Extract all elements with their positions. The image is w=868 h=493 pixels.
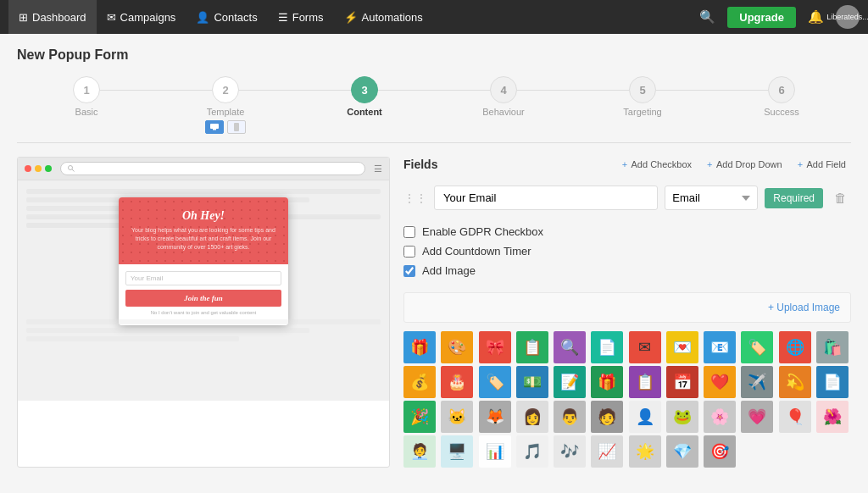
add-image-checkbox[interactable] bbox=[403, 265, 415, 277]
image-grid-item[interactable]: 📧 bbox=[704, 331, 736, 363]
upload-image-button[interactable]: + Upload Image bbox=[768, 302, 840, 313]
image-grid-item[interactable]: 📄 bbox=[591, 331, 623, 363]
image-grid-item[interactable]: 🏷️ bbox=[479, 366, 511, 398]
image-grid-item[interactable]: 🎀 bbox=[479, 331, 511, 363]
image-grid-item[interactable]: 🎂 bbox=[441, 366, 473, 398]
image-grid-item[interactable]: 🌟 bbox=[629, 435, 661, 468]
popup-title: Oh Hey! bbox=[127, 209, 280, 223]
bg-line bbox=[26, 336, 239, 341]
image-grid-item[interactable]: 📄 bbox=[816, 366, 849, 398]
upgrade-button[interactable]: Upgrade bbox=[727, 7, 796, 28]
image-grid-item[interactable]: 🌺 bbox=[816, 401, 849, 433]
image-grid-item[interactable]: 🎵 bbox=[516, 435, 548, 468]
right-panel: Fields + Add Checkbox + Add Drop Down + … bbox=[403, 157, 851, 468]
search-button[interactable]: 🔍 bbox=[694, 6, 721, 28]
popup-preview: Oh Hey! Your blog helps what you are loo… bbox=[119, 197, 288, 325]
dot-red bbox=[25, 165, 31, 172]
image-grid-item[interactable]: 🐱 bbox=[441, 401, 473, 433]
notifications-button[interactable]: 🔔 bbox=[803, 6, 829, 28]
image-grid-item[interactable]: 🐸 bbox=[666, 401, 698, 433]
image-grid-item[interactable]: 🎁 bbox=[591, 366, 623, 398]
image-grid-item[interactable]: 📋 bbox=[516, 331, 548, 363]
bg-line bbox=[26, 189, 381, 194]
image-grid-item[interactable]: 📋 bbox=[629, 366, 661, 398]
step-6[interactable]: 6 Success bbox=[712, 76, 851, 117]
dot-yellow bbox=[35, 165, 42, 172]
step-4[interactable]: 4 Behaviour bbox=[434, 76, 573, 117]
image-grid-item[interactable]: ✉ bbox=[629, 331, 661, 363]
countdown-checkbox[interactable] bbox=[403, 246, 415, 258]
step-1[interactable]: 1 Basic bbox=[17, 76, 156, 117]
delete-field-button[interactable]: 🗑 bbox=[830, 188, 851, 208]
image-grid-item[interactable]: 💌 bbox=[666, 331, 698, 363]
user-avatar[interactable]: Liberateds... bbox=[836, 5, 860, 29]
image-grid-item[interactable]: ✈️ bbox=[741, 366, 773, 398]
add-image-label[interactable]: Add Image bbox=[422, 264, 476, 277]
popup-input-area: Your Email Join the fun No I don't want … bbox=[119, 264, 288, 325]
nav-dashboard[interactable]: ⊞ Dashboard bbox=[8, 0, 97, 34]
campaigns-icon: ✉ bbox=[107, 11, 116, 24]
nav-contacts[interactable]: 👤 Contacts bbox=[186, 0, 267, 34]
field-type-select[interactable]: Email Text Phone Number bbox=[665, 186, 758, 210]
image-grid-item[interactable]: 🎁 bbox=[403, 331, 436, 363]
popup-footer-text: No I don't want to join and get valuable… bbox=[125, 310, 281, 319]
plus-icon: + bbox=[798, 159, 803, 169]
image-grid-item[interactable]: 📈 bbox=[591, 435, 623, 468]
field-name-input[interactable] bbox=[434, 186, 658, 210]
image-grid-item[interactable]: 👤 bbox=[629, 401, 661, 433]
step-2[interactable]: 2 Template bbox=[156, 76, 295, 134]
image-grid-item[interactable]: 🧑‍💼 bbox=[403, 435, 436, 468]
step-5-circle: 5 bbox=[629, 76, 656, 103]
popup-submit-btn[interactable]: Join the fun bbox=[125, 290, 281, 307]
step-3-circle: 3 bbox=[351, 76, 378, 103]
image-grid-item[interactable]: 👩 bbox=[516, 401, 548, 433]
browser-bar: ☰ bbox=[18, 158, 389, 180]
image-grid-item[interactable]: 📝 bbox=[554, 366, 586, 398]
step-3[interactable]: 3 Content bbox=[295, 76, 434, 117]
fields-header: Fields + Add Checkbox + Add Drop Down + … bbox=[403, 157, 851, 172]
image-grid-item[interactable]: 💫 bbox=[779, 366, 811, 398]
gdpr-label[interactable]: Enable GDPR Checkbox bbox=[422, 225, 543, 238]
image-grid-item[interactable]: 🛍️ bbox=[816, 331, 849, 363]
top-navigation: ⊞ Dashboard ✉ Campaigns 👤 Contacts ☰ For… bbox=[0, 0, 868, 34]
step-3-label: Content bbox=[347, 107, 382, 117]
image-grid-item[interactable]: 🧑 bbox=[591, 401, 623, 433]
countdown-label[interactable]: Add Countdown Timer bbox=[422, 245, 531, 258]
nav-campaigns[interactable]: ✉ Campaigns bbox=[97, 0, 186, 34]
image-grid-item[interactable]: 🎈 bbox=[779, 401, 811, 433]
image-grid-item[interactable]: 💎 bbox=[666, 435, 698, 468]
step-5[interactable]: 5 Targeting bbox=[573, 76, 712, 117]
nav-automations[interactable]: ⚡ Automations bbox=[334, 0, 433, 34]
image-grid-item[interactable]: 💰 bbox=[403, 366, 436, 398]
add-dropdown-button[interactable]: + Add Drop Down bbox=[702, 157, 787, 172]
image-grid-item[interactable]: 🌸 bbox=[704, 401, 736, 433]
image-grid-item[interactable]: 🦊 bbox=[479, 401, 511, 433]
image-grid-item[interactable]: 🏷️ bbox=[741, 331, 773, 363]
step-2-label: Template bbox=[207, 107, 245, 117]
popup-email-input[interactable]: Your Email bbox=[125, 271, 281, 285]
add-checkbox-button[interactable]: + Add Checkbox bbox=[617, 157, 697, 172]
image-grid-item[interactable]: 🎉 bbox=[403, 401, 436, 433]
image-grid-item[interactable]: 🎨 bbox=[441, 331, 473, 363]
countdown-checkbox-row: Add Countdown Timer bbox=[403, 245, 851, 258]
nav-forms[interactable]: ☰ Forms bbox=[268, 0, 334, 34]
image-grid-item[interactable]: 🎶 bbox=[554, 435, 586, 468]
step-1-circle: 1 bbox=[73, 76, 100, 103]
add-field-button[interactable]: + Add Field bbox=[793, 157, 851, 172]
svg-rect-0 bbox=[210, 124, 219, 129]
image-grid-item[interactable]: ❤️ bbox=[704, 366, 736, 398]
image-grid-item[interactable]: 🔍 bbox=[554, 331, 586, 363]
image-grid-item[interactable]: 🎯 bbox=[704, 435, 736, 468]
image-grid-item[interactable]: 🌐 bbox=[779, 331, 811, 363]
image-grid-item[interactable]: 👨 bbox=[554, 401, 586, 433]
image-grid-item[interactable]: 💗 bbox=[741, 401, 773, 433]
add-dropdown-label: Add Drop Down bbox=[716, 159, 782, 169]
image-grid-item[interactable]: 📊 bbox=[479, 435, 511, 468]
drag-handle[interactable]: ⋮⋮ bbox=[403, 191, 427, 205]
nav-dashboard-label: Dashboard bbox=[32, 11, 86, 24]
gdpr-checkbox[interactable] bbox=[403, 226, 415, 238]
required-button[interactable]: Required bbox=[765, 188, 823, 208]
image-grid-item[interactable]: 📅 bbox=[666, 366, 698, 398]
image-grid-item[interactable]: 💵 bbox=[516, 366, 548, 398]
image-grid-item[interactable]: 🖥️ bbox=[441, 435, 473, 468]
